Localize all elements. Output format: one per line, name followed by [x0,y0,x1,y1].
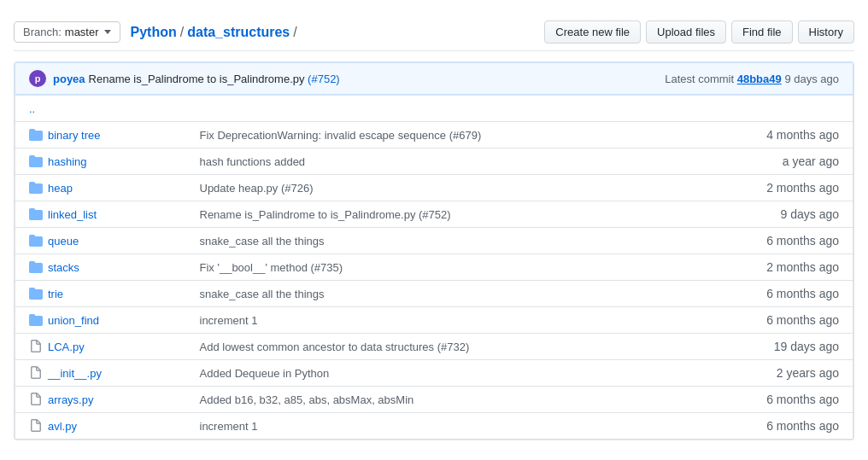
file-time: 4 months ago [766,128,839,142]
upload-files-button[interactable]: Upload files [646,20,726,44]
table-row: stacks Fix '__bool__' method (#735) 2 mo… [15,254,853,281]
table-row: LCA.py Add lowest common ancestor to dat… [15,334,853,360]
file-name-link[interactable]: avl.py [48,420,77,433]
file-name-cell: __init__.py [15,360,186,387]
table-row: binary tree Fix DeprecationWarning: inva… [15,122,853,148]
file-time: a year ago [783,154,839,168]
parent-dir-cell: .. [15,96,853,122]
file-name-link[interactable]: heap [48,182,73,195]
find-file-button[interactable]: Find file [731,20,793,44]
commit-message-text: hash functions added [200,155,306,168]
file-name-link[interactable]: hashing [48,155,87,168]
file-name-link[interactable]: queue [48,235,79,247]
commit-pr-link[interactable]: (#752) [308,73,340,85]
table-row: avl.py increment 1 6 months ago [15,413,853,440]
file-name-link[interactable]: trie [48,288,63,300]
folder-icon [29,154,43,168]
file-message-cell: Added Dequeue in Python [186,360,742,387]
branch-name: master [65,26,99,38]
file-message-cell: Fix DeprecationWarning: invalid escape s… [186,122,742,148]
folder-icon [29,287,43,300]
file-message-cell: Add lowest common ancestor to data struc… [186,334,742,360]
history-button[interactable]: History [798,20,854,44]
file-name-link[interactable]: linked_list [48,208,97,221]
parent-dir-link[interactable]: .. [29,102,35,115]
commit-hash-link[interactable]: 48bba49 [737,73,782,85]
file-message-cell: snake_case all the things [186,228,742,254]
file-name-link[interactable]: __init__.py [48,367,102,380]
breadcrumb-repo[interactable]: Python [131,25,177,40]
file-time: 6 months ago [766,313,839,327]
folder-icon [29,260,43,274]
commit-meta: Latest commit 48bba49 9 days ago [665,73,839,85]
commit-message-text: Added b16, b32, a85, abs, absMax, absMin [200,393,414,406]
branch-label: Branch: [23,26,62,38]
file-name-cell: heap [15,175,186,201]
file-message-cell: hash functions added [186,148,742,175]
file-table: .. binary tree Fix DeprecationWarning: i… [15,95,853,440]
create-new-button[interactable]: Create new file [544,20,641,44]
commit-message-text: increment 1 [200,314,258,327]
table-row: .. [15,96,853,122]
breadcrumb-folder[interactable]: data_structures [187,25,290,40]
folder-icon [29,128,43,142]
file-time-cell: a year ago [742,148,853,175]
commit-message-text: Fix DeprecationWarning: invalid escape s… [200,129,482,142]
folder-icon [29,313,43,327]
table-row: hashing hash functions added a year ago [15,148,853,175]
table-row: linked_list Rename is_Palindrome to is_P… [15,201,853,228]
breadcrumb-sep2: / [293,25,296,40]
avatar: p [29,70,46,87]
file-message-cell: Update heap.py (#726) [186,175,742,201]
commit-author[interactable]: poyea [53,73,85,85]
file-time: 19 days ago [774,340,839,353]
file-time-cell: 6 months ago [742,228,853,254]
file-message-cell: Rename is_Palindrome to is_Palindrome.py… [186,201,742,228]
file-message-cell: increment 1 [186,413,742,440]
commit-message: Rename is_Palindrome to is_Palindrome.py… [89,73,666,85]
file-time: 6 months ago [766,393,839,406]
file-time-cell: 2 years ago [742,360,853,387]
file-name-cell: arrays.py [15,387,186,413]
file-time-cell: 4 months ago [742,122,853,148]
file-name-cell: hashing [15,148,186,175]
folder-icon [29,181,43,195]
file-icon [29,340,43,353]
file-name-link[interactable]: stacks [48,261,79,274]
file-name-cell: avl.py [15,413,186,440]
table-row: heap Update heap.py (#726) 2 months ago [15,175,853,201]
file-time: 6 months ago [766,287,839,300]
file-time-cell: 6 months ago [742,387,853,413]
commit-message-text: Add lowest common ancestor to data struc… [200,341,470,353]
file-time-cell: 6 months ago [742,281,853,307]
file-time: 6 months ago [766,419,839,433]
commit-message-text: snake_case all the things [200,288,325,300]
file-name-cell: union_find [15,307,186,334]
breadcrumb-sep1: / [180,25,184,40]
file-name-link[interactable]: binary tree [48,129,100,142]
file-time: 6 months ago [766,234,839,247]
commit-message-text: Update heap.py (#726) [200,182,314,195]
file-icon [29,419,43,433]
table-row: trie snake_case all the things 6 months … [15,281,853,307]
file-name-link[interactable]: arrays.py [48,393,93,406]
file-name-link[interactable]: LCA.py [48,341,85,353]
commit-message-text: increment 1 [200,420,258,433]
file-time-cell: 6 months ago [742,307,853,334]
file-name-cell: binary tree [15,122,186,148]
file-time-cell: 2 months ago [742,254,853,281]
file-icon [29,366,43,380]
file-name-cell: trie [15,281,186,307]
commit-message-text: Added Dequeue in Python [200,367,330,380]
chevron-down-icon [104,30,111,34]
file-time: 2 months ago [766,260,839,274]
branch-selector[interactable]: Branch: master [14,21,120,43]
file-name-cell: linked_list [15,201,186,228]
breadcrumb: Python / data_structures / [131,25,545,40]
file-time-cell: 2 months ago [742,175,853,201]
table-row: queue snake_case all the things 6 months… [15,228,853,254]
table-row: union_find increment 1 6 months ago [15,307,853,334]
file-name-link[interactable]: union_find [48,314,99,327]
file-name-cell: queue [15,228,186,254]
file-icon [29,393,43,406]
